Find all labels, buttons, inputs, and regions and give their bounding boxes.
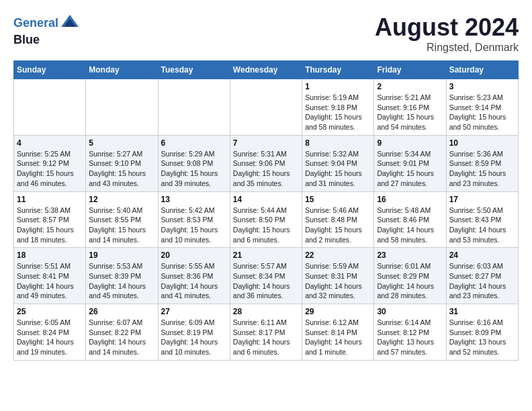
calendar-day-4: 4Sunrise: 5:25 AM Sunset: 9:12 PM Daylig… — [14, 135, 86, 191]
day-info: Sunrise: 5:42 AM Sunset: 8:53 PM Dayligh… — [161, 205, 227, 245]
day-number: 14 — [233, 195, 299, 204]
day-info: Sunrise: 5:31 AM Sunset: 9:06 PM Dayligh… — [233, 149, 299, 189]
col-header-thursday: Thursday — [302, 61, 374, 79]
col-header-tuesday: Tuesday — [158, 61, 230, 79]
calendar-day-31: 31Sunrise: 6:16 AM Sunset: 8:09 PM Dayli… — [446, 304, 518, 361]
day-info: Sunrise: 5:44 AM Sunset: 8:50 PM Dayligh… — [233, 205, 299, 245]
day-number: 1 — [305, 82, 371, 91]
empty-cell — [230, 79, 302, 136]
calendar-week-row: 1Sunrise: 5:19 AM Sunset: 9:18 PM Daylig… — [14, 79, 519, 136]
day-number: 8 — [305, 138, 371, 148]
day-info: Sunrise: 5:48 AM Sunset: 8:46 PM Dayligh… — [377, 205, 443, 245]
calendar-day-22: 22Sunrise: 5:59 AM Sunset: 8:31 PM Dayli… — [302, 248, 374, 304]
day-info: Sunrise: 5:46 AM Sunset: 8:48 PM Dayligh… — [305, 205, 371, 245]
day-number: 15 — [305, 195, 371, 204]
empty-cell — [14, 79, 86, 136]
day-info: Sunrise: 5:25 AM Sunset: 9:12 PM Dayligh… — [17, 149, 83, 189]
day-number: 24 — [449, 250, 515, 260]
calendar-day-2: 2Sunrise: 5:21 AM Sunset: 9:16 PM Daylig… — [374, 79, 446, 136]
title-block: August 2024 Ringsted, Denmark — [375, 13, 519, 54]
page-header: General Blue August 2024 Ringsted, Denma… — [13, 13, 519, 54]
day-number: 5 — [89, 138, 154, 148]
day-info: Sunrise: 6:09 AM Sunset: 8:19 PM Dayligh… — [161, 318, 227, 357]
calendar-day-29: 29Sunrise: 6:12 AM Sunset: 8:14 PM Dayli… — [302, 304, 374, 361]
logo: General Blue — [13, 13, 80, 47]
day-number: 20 — [161, 250, 227, 260]
day-number: 22 — [305, 250, 371, 260]
day-info: Sunrise: 6:12 AM Sunset: 8:14 PM Dayligh… — [305, 318, 371, 357]
col-header-monday: Monday — [86, 61, 158, 79]
day-number: 9 — [377, 138, 443, 148]
calendar-day-6: 6Sunrise: 5:29 AM Sunset: 9:08 PM Daylig… — [158, 135, 230, 191]
empty-cell — [158, 79, 230, 136]
day-info: Sunrise: 5:57 AM Sunset: 8:34 PM Dayligh… — [233, 261, 299, 301]
day-info: Sunrise: 6:16 AM Sunset: 8:09 PM Dayligh… — [449, 318, 515, 357]
day-number: 28 — [233, 307, 299, 316]
day-info: Sunrise: 5:29 AM Sunset: 9:08 PM Dayligh… — [161, 149, 227, 189]
day-info: Sunrise: 5:34 AM Sunset: 9:01 PM Dayligh… — [377, 149, 443, 189]
calendar-day-1: 1Sunrise: 5:19 AM Sunset: 9:18 PM Daylig… — [302, 79, 374, 136]
calendar-day-11: 11Sunrise: 5:38 AM Sunset: 8:57 PM Dayli… — [14, 191, 86, 248]
calendar-day-30: 30Sunrise: 6:14 AM Sunset: 8:12 PM Dayli… — [374, 304, 446, 361]
calendar-week-row: 4Sunrise: 5:25 AM Sunset: 9:12 PM Daylig… — [14, 135, 519, 191]
day-info: Sunrise: 6:11 AM Sunset: 8:17 PM Dayligh… — [233, 318, 299, 357]
day-number: 26 — [89, 307, 154, 316]
subtitle: Ringsted, Denmark — [375, 42, 519, 54]
calendar-day-28: 28Sunrise: 6:11 AM Sunset: 8:17 PM Dayli… — [230, 304, 302, 361]
logo-text: General Blue — [13, 13, 80, 47]
calendar-day-5: 5Sunrise: 5:27 AM Sunset: 9:10 PM Daylig… — [86, 135, 158, 191]
day-number: 2 — [377, 82, 443, 91]
calendar-day-9: 9Sunrise: 5:34 AM Sunset: 9:01 PM Daylig… — [374, 135, 446, 191]
day-number: 18 — [17, 250, 83, 260]
day-number: 21 — [233, 250, 299, 260]
day-info: Sunrise: 6:14 AM Sunset: 8:12 PM Dayligh… — [377, 318, 443, 357]
day-number: 27 — [161, 307, 227, 316]
calendar-day-13: 13Sunrise: 5:42 AM Sunset: 8:53 PM Dayli… — [158, 191, 230, 248]
col-header-saturday: Saturday — [446, 61, 518, 79]
calendar-header-row: SundayMondayTuesdayWednesdayThursdayFrid… — [14, 61, 519, 79]
main-title: August 2024 — [375, 13, 519, 42]
day-number: 11 — [17, 195, 83, 204]
day-info: Sunrise: 5:51 AM Sunset: 8:41 PM Dayligh… — [17, 261, 83, 301]
calendar-day-15: 15Sunrise: 5:46 AM Sunset: 8:48 PM Dayli… — [302, 191, 374, 248]
day-number: 23 — [377, 250, 443, 260]
day-info: Sunrise: 5:59 AM Sunset: 8:31 PM Dayligh… — [305, 261, 371, 301]
col-header-friday: Friday — [374, 61, 446, 79]
day-number: 29 — [305, 307, 371, 316]
day-number: 31 — [449, 307, 515, 316]
day-number: 30 — [377, 307, 443, 316]
day-number: 3 — [449, 82, 515, 91]
empty-cell — [86, 79, 158, 136]
day-info: Sunrise: 5:55 AM Sunset: 8:36 PM Dayligh… — [161, 261, 227, 301]
calendar-day-12: 12Sunrise: 5:40 AM Sunset: 8:55 PM Dayli… — [86, 191, 158, 248]
calendar-day-21: 21Sunrise: 5:57 AM Sunset: 8:34 PM Dayli… — [230, 248, 302, 304]
calendar-day-8: 8Sunrise: 5:32 AM Sunset: 9:04 PM Daylig… — [302, 135, 374, 191]
calendar-day-16: 16Sunrise: 5:48 AM Sunset: 8:46 PM Dayli… — [374, 191, 446, 248]
day-info: Sunrise: 5:21 AM Sunset: 9:16 PM Dayligh… — [377, 93, 443, 132]
day-info: Sunrise: 5:36 AM Sunset: 8:59 PM Dayligh… — [449, 149, 515, 189]
day-info: Sunrise: 5:19 AM Sunset: 9:18 PM Dayligh… — [305, 93, 371, 132]
day-info: Sunrise: 5:23 AM Sunset: 9:14 PM Dayligh… — [449, 93, 515, 132]
day-info: Sunrise: 5:38 AM Sunset: 8:57 PM Dayligh… — [17, 205, 83, 245]
day-number: 19 — [89, 250, 154, 260]
calendar-day-26: 26Sunrise: 6:07 AM Sunset: 8:22 PM Dayli… — [86, 304, 158, 361]
col-header-sunday: Sunday — [14, 61, 86, 79]
calendar-week-row: 25Sunrise: 6:05 AM Sunset: 8:24 PM Dayli… — [14, 304, 519, 361]
day-number: 13 — [161, 195, 227, 204]
day-number: 25 — [17, 307, 83, 316]
day-number: 7 — [233, 138, 299, 148]
calendar-day-18: 18Sunrise: 5:51 AM Sunset: 8:41 PM Dayli… — [14, 248, 86, 304]
calendar-day-23: 23Sunrise: 6:01 AM Sunset: 8:29 PM Dayli… — [374, 248, 446, 304]
day-info: Sunrise: 5:27 AM Sunset: 9:10 PM Dayligh… — [89, 149, 154, 189]
day-info: Sunrise: 6:01 AM Sunset: 8:29 PM Dayligh… — [377, 261, 443, 301]
calendar-day-7: 7Sunrise: 5:31 AM Sunset: 9:06 PM Daylig… — [230, 135, 302, 191]
day-number: 12 — [89, 195, 154, 204]
calendar-day-3: 3Sunrise: 5:23 AM Sunset: 9:14 PM Daylig… — [446, 79, 518, 136]
calendar-week-row: 11Sunrise: 5:38 AM Sunset: 8:57 PM Dayli… — [14, 191, 519, 248]
calendar-day-14: 14Sunrise: 5:44 AM Sunset: 8:50 PM Dayli… — [230, 191, 302, 248]
day-info: Sunrise: 5:50 AM Sunset: 8:43 PM Dayligh… — [449, 205, 515, 245]
calendar-table: SundayMondayTuesdayWednesdayThursdayFrid… — [13, 60, 519, 361]
day-info: Sunrise: 6:07 AM Sunset: 8:22 PM Dayligh… — [89, 318, 154, 357]
day-info: Sunrise: 5:40 AM Sunset: 8:55 PM Dayligh… — [89, 205, 154, 245]
day-number: 16 — [377, 195, 443, 204]
